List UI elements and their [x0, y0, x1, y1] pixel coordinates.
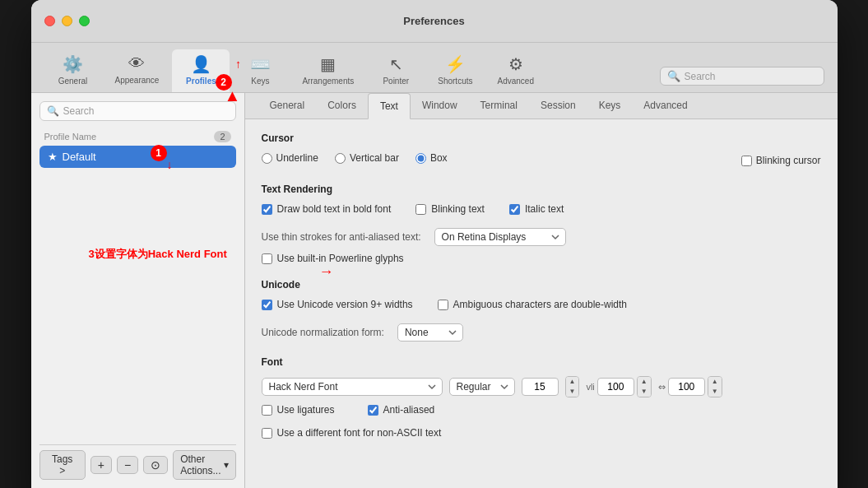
remove-profile-button[interactable]: − [117, 456, 138, 474]
toolbar-label-advanced: Advanced [498, 77, 534, 86]
tab-colors[interactable]: Colors [316, 93, 368, 119]
duplicate-profile-button[interactable]: ⊙ [143, 456, 168, 474]
window-title: Preferences [403, 15, 464, 27]
normalization-select[interactable]: None [397, 323, 463, 342]
toolbar-item-appearance[interactable]: 👁 Appearance [104, 49, 171, 92]
profile-count-badge: 2 [214, 131, 230, 142]
blinking-cursor-checkbox[interactable] [741, 156, 752, 166]
italic-text-checkbox[interactable] [509, 204, 520, 215]
char-spacing-increment[interactable]: ▲ [708, 377, 722, 387]
tab-bar: General Colors Text Window Terminal Sess… [245, 93, 838, 119]
maximize-button[interactable] [79, 16, 90, 26]
font-size-increment[interactable]: ▲ [566, 377, 579, 387]
ligatures-checkbox[interactable] [262, 405, 272, 416]
cursor-underline-option[interactable]: Underline [262, 152, 318, 164]
toolbar-label-shortcuts: Shortcuts [438, 77, 472, 86]
blinking-cursor-option[interactable]: Blinking cursor [741, 155, 821, 166]
font-size-stepper[interactable]: ▲ ▼ [565, 376, 580, 397]
toolbar-search[interactable]: 🔍 [660, 67, 824, 86]
toolbar-item-shortcuts[interactable]: ⚡ Shortcuts [426, 49, 484, 92]
cursor-box-radio[interactable] [415, 153, 426, 164]
line-height-decrement[interactable]: ▼ [638, 387, 651, 397]
char-spacing-icon: ⇔ [658, 382, 666, 393]
blinking-text-label: Blinking text [431, 203, 485, 215]
ambiguous-checkbox[interactable] [438, 300, 448, 310]
toolbar-item-advanced[interactable]: ⚙ Advanced [486, 49, 545, 92]
star-icon: ★ [48, 151, 58, 163]
font-name-select[interactable]: Hack Nerd Font [262, 378, 443, 396]
toolbar-item-arrangements[interactable]: ▦ Arrangements [290, 49, 365, 92]
other-actions-dropdown[interactable]: Other Actions... ▾ [173, 450, 235, 480]
toolbar-item-pointer[interactable]: ↖ Pointer [367, 49, 425, 92]
profile-item-default[interactable]: ★ Default [39, 146, 236, 168]
cursor-vertical-option[interactable]: Vertical bar [335, 152, 399, 164]
bold-font-checkbox[interactable] [262, 204, 272, 215]
non-ascii-checkbox[interactable] [262, 428, 272, 439]
unicode-version-checkbox[interactable] [262, 300, 272, 310]
tab-window[interactable]: Window [411, 93, 469, 119]
toolbar-label-arrangements: Arrangements [302, 77, 354, 86]
non-ascii-option[interactable]: Use a different font for non-ASCII text [262, 427, 821, 439]
cursor-section-title: Cursor [262, 132, 821, 144]
line-height-group: vli 100 ▲ ▼ [586, 376, 651, 397]
ambiguous-option[interactable]: Ambiguous characters are double-width [438, 299, 627, 310]
anti-aliased-row: Use thin strokes for anti-aliased text: … [262, 228, 821, 246]
font-anti-aliased-option[interactable]: Anti-aliased [368, 404, 435, 416]
font-size-input[interactable]: 15 [522, 378, 559, 396]
profile-list: Profile Name 2 ★ Default [39, 128, 236, 438]
tab-general[interactable]: General [258, 93, 317, 119]
unicode-version-option[interactable]: Use Unicode version 9+ widths [262, 299, 413, 310]
add-profile-button[interactable]: + [91, 456, 112, 474]
powerline-option[interactable]: Use built-in Powerline glyphs [262, 253, 821, 264]
cursor-options-row: Underline Vertical bar Box [262, 152, 821, 169]
toolbar-label-profiles: Profiles [186, 77, 216, 86]
tab-terminal[interactable]: Terminal [469, 93, 529, 119]
sidebar-search[interactable]: 🔍 [39, 101, 236, 121]
title-bar: Preferences [31, 0, 838, 43]
italic-text-option[interactable]: Italic text [509, 203, 564, 215]
char-spacing-stepper[interactable]: ▲ ▼ [708, 376, 722, 397]
detail-panel: General Colors Text Window Terminal Sess… [245, 93, 838, 488]
toolbar-search-icon: 🔍 [667, 70, 680, 82]
cursor-box-option[interactable]: Box [415, 152, 448, 164]
general-icon: ⚙️ [63, 54, 83, 74]
char-spacing-decrement[interactable]: ▼ [708, 387, 722, 397]
unicode-section: Unicode Use Unicode version 9+ widths Am… [262, 279, 821, 342]
font-section: Font Hack Nerd Font Regular 15 ▲ ▼ [262, 356, 821, 439]
blinking-text-option[interactable]: Blinking text [415, 203, 485, 215]
font-options-row1: Use ligatures Anti-aliased [262, 404, 821, 422]
powerline-checkbox[interactable] [262, 253, 272, 264]
minimize-button[interactable] [62, 16, 72, 26]
line-height-increment[interactable]: ▲ [638, 377, 651, 387]
detail-content: Cursor Underline Vertical bar [245, 119, 838, 488]
char-spacing-input[interactable]: 100 [668, 378, 705, 396]
font-anti-aliased-checkbox[interactable] [368, 405, 378, 416]
font-title: Font [262, 356, 821, 368]
tab-text[interactable]: Text [368, 93, 411, 119]
font-style-select[interactable]: Regular [449, 378, 515, 396]
sidebar-search-input[interactable] [63, 105, 229, 117]
close-button[interactable] [44, 16, 55, 26]
toolbar-item-keys[interactable]: ⌨️ Keys [231, 49, 289, 92]
bold-font-option[interactable]: Draw bold text in bold font [262, 203, 392, 215]
ligatures-option[interactable]: Use ligatures [262, 404, 335, 416]
anti-aliased-select[interactable]: On Retina Displays [434, 228, 566, 246]
cursor-underline-radio[interactable] [262, 153, 272, 164]
tab-advanced[interactable]: Advanced [632, 93, 699, 119]
italic-text-label: Italic text [525, 203, 564, 215]
tab-session[interactable]: Session [529, 93, 587, 119]
blinking-text-checkbox[interactable] [415, 204, 426, 215]
normalization-row: Unicode normalization form: None [262, 323, 821, 342]
toolbar-search-input[interactable] [685, 71, 816, 82]
tags-button[interactable]: Tags > [39, 450, 86, 480]
text-rendering-row1: Draw bold text in bold font Blinking tex… [262, 203, 821, 221]
toolbar-item-general[interactable]: ⚙️ General [44, 49, 102, 92]
cursor-vertical-radio[interactable] [335, 153, 346, 164]
toolbar-item-profiles[interactable]: 👤 Profiles [172, 49, 230, 92]
line-height-input[interactable]: 100 [597, 378, 634, 396]
sidebar-search-icon: 🔍 [47, 105, 59, 117]
font-size-decrement[interactable]: ▼ [566, 387, 579, 397]
line-height-stepper[interactable]: ▲ ▼ [637, 376, 652, 397]
tab-keys[interactable]: Keys [587, 93, 633, 119]
chevron-down-icon: ▾ [224, 459, 229, 471]
